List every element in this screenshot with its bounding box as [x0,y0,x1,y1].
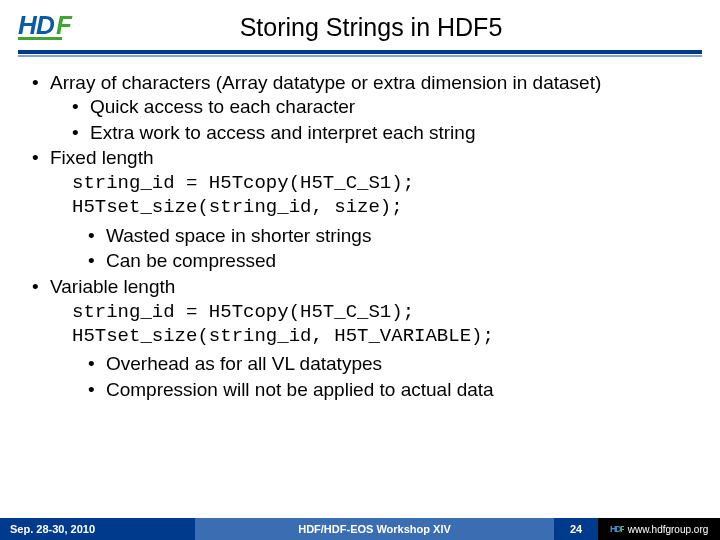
slide-title: Storing Strings in HDF5 [80,13,702,42]
footer-date: Sep. 28-30, 2010 [0,518,195,540]
svg-text:F: F [620,524,624,534]
bullet-wasted-space: Wasted space in shorter strings [88,224,692,248]
hdf-mini-logo-icon: H D F [610,523,624,535]
bullet-overhead: Overhead as for all VL datatypes [88,352,692,376]
slide-header: H D F Storing Strings in HDF5 [0,0,720,44]
bullet-no-compression: Compression will not be applied to actua… [88,378,692,402]
bullet-fixed-length: Fixed length [32,146,692,170]
bullet-can-compress: Can be compressed [88,249,692,273]
footer-event: HDF/HDF-EOS Workshop XIV [195,518,554,540]
svg-text:H: H [18,10,38,40]
svg-text:D: D [36,10,55,40]
bullet-extra-work: Extra work to access and interpret each … [72,121,692,145]
svg-rect-3 [18,37,62,40]
code-fixed-length: string_id = H5Tcopy(H5T_C_S1); H5Tset_si… [28,172,692,220]
svg-text:F: F [56,10,73,40]
bullet-array-of-characters: Array of characters (Array datatype or e… [32,71,692,144]
footer-page-number: 24 [554,518,598,540]
footer-url-area: H D F www.hdfgroup.org [598,518,720,540]
hdf-logo-icon: H D F [18,10,80,44]
bullet-quick-access: Quick access to each character [72,95,692,119]
footer-url: www.hdfgroup.org [628,524,709,535]
bullet-text: Array of characters (Array datatype or e… [50,72,601,93]
title-divider [0,44,720,57]
bullet-variable-length: Variable length [32,275,692,299]
code-variable-length: string_id = H5Tcopy(H5T_C_S1); H5Tset_si… [28,301,692,349]
slide-content: Array of characters (Array datatype or e… [0,57,720,402]
slide-footer: Sep. 28-30, 2010 HDF/HDF-EOS Workshop XI… [0,518,720,540]
